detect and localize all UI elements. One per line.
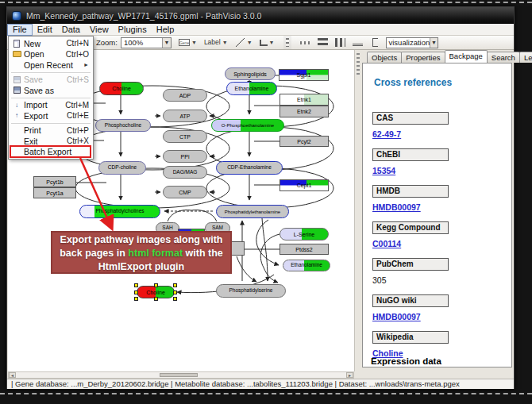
menu-item-label: Print: [24, 125, 41, 135]
pathway-node-cdp-ethanolamine[interactable]: CDP-Ethanolamine: [216, 161, 283, 175]
menu-separator: [11, 123, 91, 124]
chevron-down-icon[interactable]: ▼: [269, 40, 275, 45]
line-tool-icon: [235, 38, 245, 47]
align-middle-tool-button[interactable]: [300, 38, 310, 48]
selection-handle[interactable]: [154, 297, 158, 301]
selection-handle[interactable]: [154, 283, 158, 287]
file-menu-item-open[interactable]: OpenCtrl+O: [9, 49, 93, 60]
pathway-node-phosphatidylcholines[interactable]: Phosphatidylcholines: [79, 205, 160, 218]
open-folder-icon: [11, 51, 22, 57]
xref-header-nugo-wiki: NuGO wiki: [372, 294, 449, 307]
pathway-node-ethanolamine-bottom[interactable]: Ethanolamine: [283, 260, 330, 271]
pathway-node-pcyt2[interactable]: Pcyt2: [279, 136, 329, 147]
xref-link[interactable]: HMDB00097: [372, 202, 421, 212]
pathvisio-logo-icon: [12, 11, 21, 21]
xref-link[interactable]: C00114: [372, 239, 401, 248]
file-menu-item-export[interactable]: ↑ExportCtrl+E: [9, 110, 93, 121]
tab-search[interactable]: Search: [487, 52, 520, 63]
xref-link[interactable]: 62-49-7: [372, 129, 401, 139]
pathway-node-ethanolamine-top[interactable]: Ethanolamine: [226, 82, 277, 95]
gene-node-tool-button[interactable]: Gene▼: [179, 39, 197, 46]
file-menu-item-open-recent[interactable]: Open Recent►: [9, 60, 93, 71]
tab-objects[interactable]: Objects: [367, 52, 402, 63]
menubar-item-file[interactable]: File: [7, 24, 33, 36]
menubar-item-help[interactable]: Help: [152, 24, 179, 36]
stack-vertical-tool-button[interactable]: [335, 38, 345, 47]
pathway-node-adp[interactable]: ADP: [163, 89, 207, 102]
pathway-node-l-serine[interactable]: L-Serine: [279, 228, 329, 240]
file-menu-item-import[interactable]: ↓ImportCtrl+M: [9, 100, 93, 111]
menubar-item-plugins[interactable]: Plugins: [114, 24, 152, 36]
stack-horizontal-tool-icon: [318, 38, 328, 47]
chevron-down-icon[interactable]: ▼: [222, 40, 228, 45]
label-tool-button[interactable]: Label▼: [204, 38, 228, 47]
pathway-node-sgpl1[interactable]: Sgpl1: [279, 69, 329, 81]
pathway-node-cept1[interactable]: Cept1: [279, 179, 329, 191]
connector-tool-button[interactable]: ▼: [260, 40, 275, 46]
menu-item-label: Open Recent: [24, 60, 73, 70]
selection-handle[interactable]: [173, 290, 177, 294]
chevron-down-icon[interactable]: ▼: [191, 40, 197, 45]
stack-horizontal-tool-button[interactable]: [318, 38, 328, 47]
selection-handle[interactable]: [134, 297, 138, 301]
distribute-tool-button[interactable]: [353, 39, 363, 46]
selection-handle[interactable]: [173, 283, 177, 287]
pathway-node-etnk2[interactable]: Etnk2: [279, 106, 329, 117]
scroll-left-icon[interactable]: ◄: [9, 372, 16, 378]
title-bar[interactable]: Mm_Kennedy_pathway_WP1771_45176.gpml - P…: [7, 7, 514, 24]
pathway-node-phosphocholine[interactable]: Phosphocholine: [95, 119, 151, 132]
scroll-right-icon[interactable]: ►: [346, 372, 353, 378]
callout-text-segment: html format: [128, 248, 183, 259]
selection-handle[interactable]: [173, 297, 177, 301]
pathway-node-o-phosphoethanolamine[interactable]: O-Phosphoethanolamine: [211, 119, 284, 132]
align-center-tool-button[interactable]: [282, 38, 293, 47]
file-menu-item-print[interactable]: PrintCtrl+P: [9, 125, 93, 137]
side-panel-tabs: ObjectsPropertiesBackpageSearchLegend: [361, 50, 514, 63]
pathway-node-pcyt1b[interactable]: Pcyt1b: [33, 176, 76, 187]
chevron-down-icon[interactable]: ▼: [162, 38, 171, 48]
xref-link[interactable]: HMDB00097: [372, 312, 421, 321]
selection-handle[interactable]: [134, 290, 138, 294]
tab-backpage[interactable]: Backpage: [445, 50, 488, 63]
file-menu-item-save-as[interactable]: Save as: [9, 85, 93, 96]
selection-handle[interactable]: [134, 283, 138, 287]
file-menu-item-new[interactable]: NewCtrl+N: [9, 38, 93, 49]
pathway-node-ppi[interactable]: PPi: [163, 150, 207, 163]
pathway-node-atp[interactable]: ATP: [163, 110, 207, 122]
pathway-node-phosphatidylethanolamine[interactable]: Phosphatidylethanolamine: [216, 205, 289, 218]
pathway-node-etnk1[interactable]: Etnk1: [279, 94, 329, 106]
menu-separator: [11, 72, 91, 73]
xref-header-pubchem: PubChem: [372, 258, 449, 271]
xref-header-chebi: ChEBI: [372, 148, 449, 161]
pathway-node-pcyt1a[interactable]: Pcyt1a: [33, 187, 76, 198]
pathway-node-phosphatidylserine[interactable]: Phosphatidylserine: [216, 284, 286, 298]
splitter-handle[interactable]: [357, 53, 360, 75]
pathway-node-ptdss2[interactable]: Ptdss2: [279, 244, 329, 255]
scrollbar-thumb[interactable]: [160, 373, 198, 377]
menu-item-shortcut: Ctrl+M: [65, 101, 89, 110]
tab-legend[interactable]: Legend: [519, 52, 532, 63]
file-menu-item-save: SaveCtrl+S: [9, 75, 93, 86]
menubar-item-view[interactable]: View: [85, 24, 114, 36]
pathway-node-choline-top[interactable]: Choline: [99, 82, 144, 95]
zoom-combobox[interactable]: 100% ▼: [121, 37, 172, 48]
pathway-node-cmp[interactable]: CMP: [163, 186, 207, 198]
menubar-item-data[interactable]: Data: [57, 24, 85, 36]
xref-link[interactable]: 15354: [372, 166, 395, 175]
chevron-down-icon[interactable]: ▼: [247, 40, 253, 45]
menu-item-label: Save: [24, 75, 43, 84]
chevron-down-icon[interactable]: ▼: [430, 38, 437, 48]
menubar-item-edit[interactable]: Edit: [33, 24, 57, 36]
tab-properties[interactable]: Properties: [401, 52, 445, 63]
group-tool-button[interactable]: [370, 38, 378, 47]
pathway-node-dag-mag[interactable]: DAG/MAG: [163, 166, 207, 179]
horizontal-scrollbar[interactable]: ◄ ►: [8, 371, 354, 379]
export-icon: ↑: [11, 112, 22, 119]
visualization-combobox[interactable]: visualization ▼: [386, 37, 438, 48]
pathway-node-sphingolipids[interactable]: Sphingolipids: [225, 67, 276, 80]
pathway-node-ctp[interactable]: CTP: [163, 130, 207, 143]
pathway-node-cdp-choline[interactable]: CDP-choline: [98, 161, 146, 175]
panel-splitter[interactable]: [354, 50, 361, 371]
cross-references-heading: Cross references: [374, 77, 452, 88]
line-tool-button[interactable]: ▼: [235, 38, 253, 47]
